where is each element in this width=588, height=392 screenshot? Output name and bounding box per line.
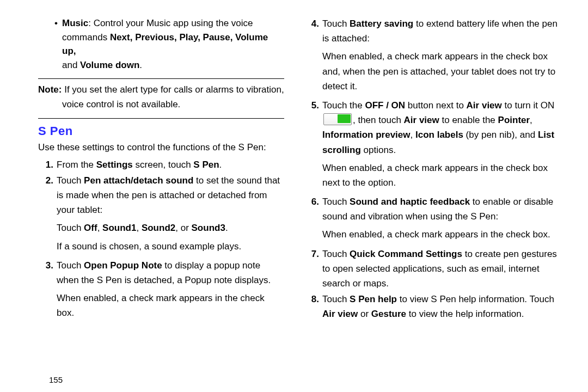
spen-steps-right: 4. Touch Battery saving to extend batter… (304, 16, 562, 322)
step-5: 5. Touch the OFF / ON button next to Air… (304, 98, 562, 193)
music-bullet: • Music: Control your Music app using th… (54, 16, 284, 72)
left-column: • Music: Control your Music app using th… (16, 16, 294, 387)
note-label: Note: (38, 84, 62, 95)
step-2: 2. Touch Pen attach/detach sound to set … (38, 173, 284, 257)
music-label: Music (62, 18, 88, 28)
manual-page: • Music: Control your Music app using th… (0, 0, 588, 392)
page-number: 155 (49, 375, 63, 384)
step-3: 3. Touch Open Popup Note to display a po… (38, 258, 284, 324)
step-4: 4. Touch Battery saving to extend batter… (304, 16, 562, 97)
step-2-sub2: If a sound is chosen, a sound example pl… (57, 239, 284, 254)
toggle-on-icon (323, 113, 352, 125)
divider-bottom (38, 118, 284, 119)
step-4-sub: When enabled, a check mark appears in th… (322, 49, 562, 94)
spen-intro: Use these settings to control the functi… (38, 140, 284, 155)
step-2-sub1: Touch Off, Sound1, Sound2, or Sound3. (57, 220, 284, 235)
spen-steps-left: 1. From the Settings screen, touch S Pen… (38, 157, 284, 324)
step-6-sub: When enabled, a check mark appears in th… (322, 227, 562, 242)
section-heading-spen: S Pen (38, 124, 284, 138)
bullet-marker: • (54, 16, 62, 72)
step-8: 8. Touch S Pen help to view S Pen help i… (304, 292, 562, 321)
right-column: 4. Touch Battery saving to extend batter… (294, 16, 572, 387)
step-3-sub: When enabled, a check mark appears in th… (57, 291, 284, 320)
step-7: 7. Touch Quick Command Settings to creat… (304, 247, 562, 291)
step-1: 1. From the Settings screen, touch S Pen… (38, 157, 284, 172)
step-5-sub: When enabled, a check mark appears in th… (322, 161, 562, 190)
note-block: Note: If you set the alert type for call… (38, 82, 284, 112)
step-6: 6. Touch Sound and haptic feedback to en… (304, 194, 562, 246)
music-text: Music: Control your Music app using the … (62, 16, 284, 72)
note-line2: voice control is not available. (38, 97, 180, 112)
note-line1: If you set the alert type for calls or a… (62, 84, 284, 95)
divider-top (38, 78, 284, 79)
